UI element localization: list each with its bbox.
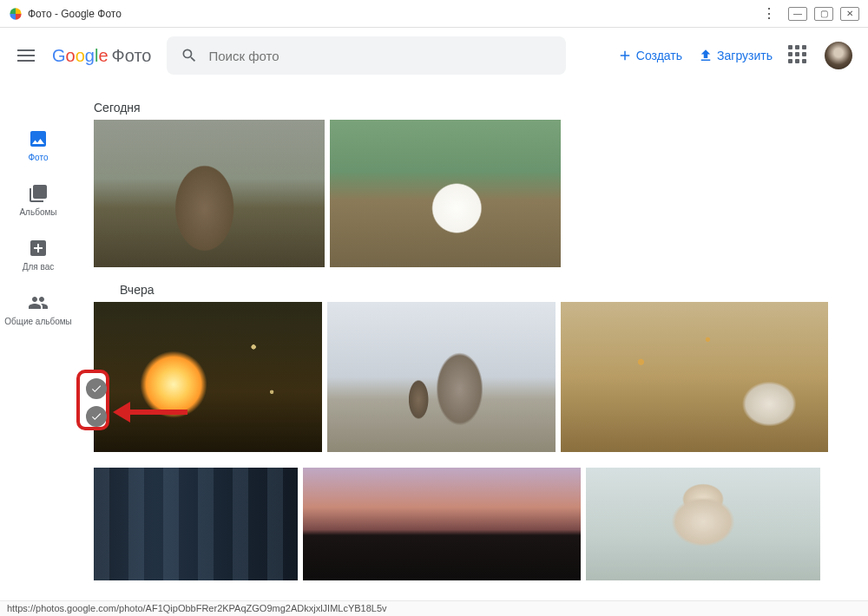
search-input[interactable] — [198, 49, 552, 63]
hamburger-menu-icon[interactable] — [16, 45, 36, 66]
google-photos-logo[interactable]: Google Фото — [52, 46, 151, 66]
close-button[interactable]: ✕ — [840, 7, 859, 21]
upload-icon — [698, 48, 713, 63]
sidebar-item-label: Для вас — [23, 262, 55, 272]
window-titlebar: Фото - Google Фото ⋮ ― ▢ ✕ — [0, 0, 868, 28]
search-icon — [181, 47, 198, 64]
shared-icon — [28, 292, 49, 313]
section-header-yesterday: Вчера — [94, 283, 851, 297]
albums-icon — [28, 183, 49, 204]
header: Google Фото Создать Загрузить — [0, 28, 868, 83]
photo-thumbnail[interactable] — [586, 468, 820, 580]
photos-icon — [28, 128, 49, 149]
photo-grid: Сегодня Вчера — [76, 83, 868, 600]
plus-icon — [617, 48, 633, 63]
minimize-button[interactable]: ― — [788, 7, 807, 21]
sidebar-item-label: Общие альбомы — [4, 317, 72, 326]
sidebar-item-photos[interactable]: Фото — [0, 118, 76, 173]
sidebar-item-foryou[interactable]: Для вас — [0, 227, 76, 282]
account-avatar[interactable] — [825, 42, 852, 69]
section-header-today: Сегодня — [94, 101, 851, 115]
photo-thumbnail[interactable] — [303, 468, 581, 580]
sidebar-item-label: Фото — [29, 153, 49, 162]
google-apps-icon[interactable] — [788, 45, 809, 66]
photo-thumbnail[interactable] — [561, 302, 828, 452]
sidebar-item-shared[interactable]: Общие альбомы — [0, 282, 76, 337]
status-bar: https://photos.google.com/photo/AF1QipOb… — [0, 600, 868, 616]
sidebar-item-label: Альбомы — [19, 207, 56, 217]
window-title: Фото - Google Фото — [28, 8, 122, 20]
sidebar-item-albums[interactable]: Альбомы — [0, 173, 76, 227]
foryou-icon — [28, 238, 49, 259]
photo-thumbnail[interactable] — [330, 120, 561, 267]
status-url: https://photos.google.com/photo/AF1QipOb… — [7, 603, 387, 613]
upload-button[interactable]: Загрузить — [698, 48, 773, 63]
maximize-button[interactable]: ▢ — [814, 7, 833, 21]
photo-thumbnail[interactable] — [327, 302, 556, 452]
photo-thumbnail[interactable] — [94, 120, 325, 267]
app-pinwheel-icon — [9, 7, 23, 21]
sidebar: Фото Альбомы Для вас Общие альбомы — [0, 83, 76, 600]
photo-thumbnail[interactable] — [94, 302, 322, 452]
create-button[interactable]: Создать — [617, 48, 682, 63]
search-bar[interactable] — [167, 36, 566, 75]
photo-thumbnail[interactable] — [94, 468, 298, 580]
kebab-menu-icon[interactable]: ⋮ — [757, 5, 781, 22]
